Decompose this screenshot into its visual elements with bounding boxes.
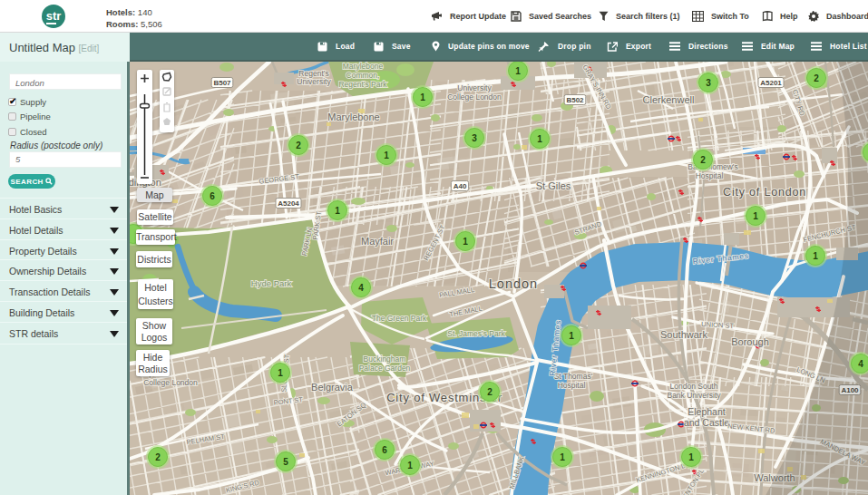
svg-text:5: 5 [283, 457, 288, 467]
svg-text:4: 4 [358, 283, 364, 293]
svg-text:Hospital: Hospital [558, 381, 586, 390]
svg-text:6: 6 [210, 191, 215, 201]
svg-text:London: London [489, 277, 538, 291]
svg-text:University: University [297, 77, 331, 86]
svg-text:Elephant: Elephant [688, 406, 726, 417]
svg-text:2: 2 [487, 387, 493, 397]
svg-text:2: 2 [700, 155, 706, 165]
svg-text:2: 2 [814, 73, 819, 83]
svg-text:Bank University: Bank University [667, 391, 721, 400]
svg-text:2: 2 [155, 452, 161, 462]
svg-text:A5204: A5204 [278, 199, 299, 208]
svg-text:3: 3 [706, 78, 711, 88]
svg-text:London South: London South [670, 382, 718, 391]
svg-text:Regent's Park: Regent's Park [338, 80, 387, 89]
svg-text:University: University [457, 83, 492, 92]
svg-text:1: 1 [463, 237, 468, 247]
svg-text:Marylebone: Marylebone [327, 112, 379, 122]
svg-text:1: 1 [515, 66, 521, 76]
svg-text:6: 6 [382, 445, 387, 455]
svg-text:1: 1 [407, 461, 413, 471]
svg-text:Hyde Park: Hyde Park [251, 278, 292, 288]
svg-text:Southwark: Southwark [660, 329, 707, 340]
svg-text:City of London: City of London [723, 186, 806, 199]
svg-text:1: 1 [753, 211, 758, 221]
svg-text:Palace Garden: Palace Garden [359, 364, 411, 373]
svg-text:UNION ST: UNION ST [701, 320, 735, 330]
svg-text:College London: College London [447, 92, 502, 102]
svg-text:Marylebone: Marylebone [343, 62, 384, 71]
svg-text:St Thomas': St Thomas' [554, 372, 593, 381]
svg-text:1: 1 [537, 134, 542, 144]
svg-text:A40: A40 [454, 182, 467, 190]
svg-text:Mayfair: Mayfair [361, 236, 394, 247]
svg-text:3: 3 [472, 133, 477, 143]
svg-text:B507: B507 [213, 79, 231, 87]
svg-text:Clerkenwell: Clerkenwell [643, 94, 695, 105]
svg-text:B502: B502 [566, 96, 584, 104]
svg-text:The Green Park: The Green Park [372, 314, 427, 323]
svg-text:2: 2 [296, 141, 301, 150]
svg-text:1: 1 [569, 331, 574, 341]
svg-text:1: 1 [335, 206, 340, 216]
svg-text:Common,: Common, [346, 71, 380, 80]
svg-text:Borough: Borough [731, 336, 769, 347]
svg-text:St Giles: St Giles [536, 180, 571, 191]
svg-text:1: 1 [384, 150, 389, 160]
svg-text:1: 1 [420, 92, 425, 102]
svg-text:College London: College London [143, 378, 198, 387]
svg-text:and Castle: and Castle [684, 417, 729, 428]
svg-text:1: 1 [560, 452, 565, 462]
svg-text:4: 4 [858, 359, 863, 369]
svg-text:1: 1 [688, 452, 694, 462]
svg-text:1: 1 [813, 251, 818, 261]
svg-text:1: 1 [278, 368, 283, 378]
svg-text:Hospital: Hospital [696, 171, 724, 180]
svg-text:St. James's Park: St. James's Park [447, 329, 505, 338]
svg-text:Belgravia: Belgravia [311, 382, 354, 393]
svg-text:Buckingham: Buckingham [364, 354, 406, 364]
svg-text:A5201: A5201 [760, 79, 782, 87]
